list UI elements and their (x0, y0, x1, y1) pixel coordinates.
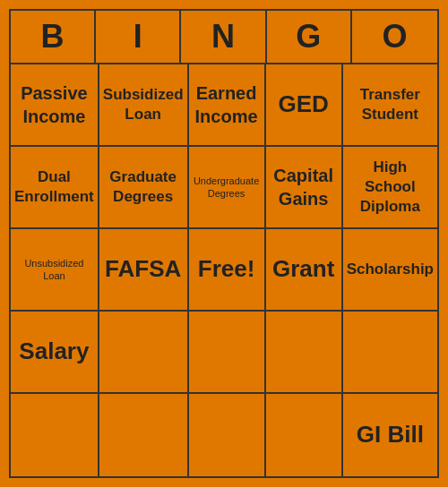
bingo-cell-7: Undergraduate Degrees (189, 147, 266, 229)
bingo-cell-0: Passive Income (11, 64, 99, 147)
bingo-cell-12: Free! (189, 229, 266, 312)
bingo-cell-14: Scholarship (343, 229, 437, 312)
bingo-cell-10: Unsubsidized Loan (11, 229, 99, 312)
bingo-cell-19 (343, 312, 437, 394)
cell-text-5: Dual Enrollment (14, 167, 94, 207)
bingo-cell-18 (266, 312, 343, 394)
header-letter-N: N (181, 11, 266, 63)
bingo-cell-20 (11, 394, 99, 476)
cell-text-13: Grant (272, 254, 334, 285)
bingo-cell-5: Dual Enrollment (11, 147, 99, 229)
header-letter-I: I (96, 11, 181, 63)
cell-text-2: Earned Income (193, 81, 261, 128)
cell-text-4: Transfer Student (347, 85, 434, 124)
bingo-cell-11: FAFSA (99, 229, 189, 312)
bingo-cell-21 (99, 394, 189, 476)
bingo-cell-3: GED (266, 64, 343, 147)
cell-text-15: Salary (19, 337, 89, 367)
cell-text-1: Subsidized Loan (103, 85, 184, 124)
header-letter-B: B (11, 11, 96, 63)
bingo-cell-22 (189, 394, 266, 476)
bingo-cell-4: Transfer Student (343, 64, 437, 147)
bingo-cell-1: Subsidized Loan (99, 64, 189, 147)
cell-text-8: Capital Gains (270, 164, 338, 210)
cell-text-11: FAFSA (105, 254, 181, 285)
bingo-cell-23 (266, 394, 343, 476)
bingo-cell-9: High School Diploma (343, 147, 437, 229)
cell-text-0: Passive Income (14, 81, 94, 128)
header-letter-O: O (352, 11, 437, 63)
bingo-card: BINGO Passive IncomeSubsidized LoanEarne… (9, 9, 439, 478)
bingo-cell-2: Earned Income (189, 64, 266, 147)
bingo-header: BINGO (11, 11, 437, 64)
header-letter-G: G (267, 11, 352, 63)
bingo-cell-24: GI Bill (343, 394, 437, 476)
bingo-cell-15: Salary (11, 312, 99, 394)
cell-text-12: Free! (198, 254, 255, 285)
bingo-cell-17 (189, 312, 266, 394)
bingo-cell-6: Graduate Degrees (99, 147, 189, 229)
cell-text-7: Undergraduate Degrees (193, 175, 261, 201)
cell-text-14: Scholarship (347, 260, 434, 279)
bingo-cell-8: Capital Gains (266, 147, 343, 229)
cell-text-9: High School Diploma (347, 158, 434, 217)
cell-text-10: Unsubsidized Loan (14, 257, 94, 283)
cell-text-3: GED (278, 90, 328, 120)
bingo-cell-13: Grant (266, 229, 343, 312)
bingo-cell-16 (99, 312, 189, 394)
cell-text-24: GI Bill (357, 420, 424, 450)
bingo-grid: Passive IncomeSubsidized LoanEarned Inco… (11, 64, 437, 476)
cell-text-6: Graduate Degrees (103, 167, 184, 207)
